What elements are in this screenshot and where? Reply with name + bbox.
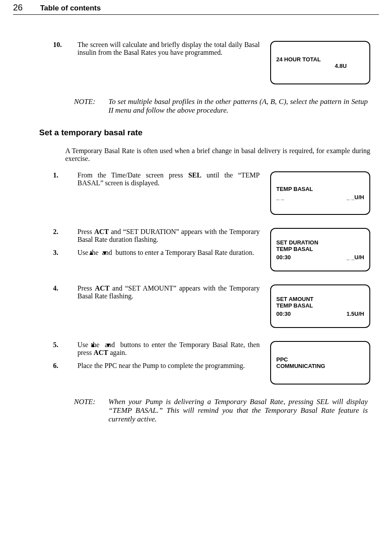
- step-1-text: 1.From the Time/Date screen press SEL un…: [65, 171, 270, 187]
- step-5-6-text: 5.Use the ▲ and ▼ buttons to enter the T…: [65, 341, 270, 370]
- section-heading: Set a temporary basal rate: [39, 128, 370, 137]
- screen-line: TEMP BASAL: [276, 246, 364, 252]
- step-4-before: Press: [77, 284, 95, 292]
- step-4-row: 4.Press ACT and “SET AMOUNT” appears wit…: [65, 284, 370, 328]
- step-10-body: The screen will calculate and briefly di…: [77, 41, 260, 56]
- note-2: NOTE: When your Pump is delivering a Tem…: [74, 398, 370, 424]
- screen-right: _ _U/H: [347, 194, 364, 201]
- note-1-label: NOTE:: [74, 97, 107, 106]
- step-2-3-text: 2.Press ACT and “SET DURATION” appears w…: [65, 228, 270, 257]
- note-1: NOTE: To set multiple basal profiles in …: [74, 97, 370, 115]
- screen-line: 24 HOUR TOTAL: [276, 56, 364, 63]
- step-3-after: buttons to enter a Temporary Basal Rate …: [114, 249, 255, 256]
- screen-set-duration: SET DURATION TEMP BASAL 00:30 _ _U/H: [270, 228, 370, 271]
- step-2-before: Press: [77, 228, 94, 235]
- screen-line: SET DURATION: [276, 239, 364, 246]
- page-body: 10.The screen will calculate and briefly…: [65, 41, 370, 424]
- step-4-bold: ACT: [95, 284, 110, 292]
- screen-line: TEMP BASAL: [276, 186, 364, 192]
- step-5-6-row: 5.Use the ▲ and ▼ buttons to enter the T…: [65, 341, 370, 384]
- step-10-row: 10.The screen will calculate and briefly…: [65, 41, 370, 84]
- step-3-number: 3.: [65, 249, 77, 257]
- step-6-text: Place the PPC near the Pump to complete …: [77, 362, 245, 369]
- step-4-number: 4.: [65, 284, 77, 292]
- step-1-number: 1.: [65, 171, 77, 179]
- step-2-number: 2.: [65, 228, 77, 236]
- step-2-3-row: 2.Press ACT and “SET DURATION” appears w…: [65, 228, 370, 271]
- step-2-bold: ACT: [94, 228, 109, 235]
- screen-set-amount: SET AMOUNT TEMP BASAL 00:30 1.5U/H: [270, 284, 370, 328]
- screen-line: SET AMOUNT: [276, 296, 364, 302]
- header-title: Table of contents: [40, 4, 101, 13]
- page-number: 26: [13, 3, 23, 13]
- step-5-number: 5.: [65, 341, 77, 349]
- step-1-before: From the Time/Date screen press: [77, 171, 188, 179]
- step-1-bold: SEL: [188, 171, 201, 179]
- screen-left: 00:30: [276, 254, 291, 261]
- screen-line: PPC: [276, 356, 364, 363]
- step-5-after2: again.: [108, 349, 127, 356]
- step-6-number: 6.: [65, 362, 77, 370]
- step-5-bold: ACT: [94, 349, 108, 356]
- page: 26 Table of contents 10.The screen will …: [0, 0, 392, 454]
- screen-line: COMMUNICATING: [276, 363, 364, 369]
- step-1-row: 1.From the Time/Date screen press SEL un…: [65, 171, 370, 215]
- screen-temp-basal: TEMP BASAL _ _ _ _U/H: [270, 171, 370, 215]
- screen-left: _ _: [276, 194, 284, 201]
- screen-right: 1.5U/H: [347, 311, 364, 317]
- screen-value: 4.8U: [276, 63, 364, 69]
- note-2-text: When your Pump is delivering a Temporary…: [108, 398, 368, 424]
- screen-right: _ _U/H: [347, 254, 364, 261]
- note-2-label: NOTE:: [74, 398, 107, 406]
- screen-left: 00:30: [276, 311, 291, 317]
- note-1-text: To set multiple basal profiles in the ot…: [108, 97, 368, 115]
- step-10-number: 10.: [65, 41, 77, 49]
- screen-line: TEMP BASAL: [276, 302, 364, 309]
- step-4-text: 4.Press ACT and “SET AMOUNT” appears wit…: [65, 284, 270, 300]
- step-10-text: 10.The screen will calculate and briefly…: [65, 41, 270, 57]
- screen-ppc-communicating: PPC COMMUNICATING: [270, 341, 370, 384]
- page-header: 26 Table of contents: [13, 0, 379, 15]
- section-intro: A Temporary Basal Rate is often used whe…: [65, 147, 370, 163]
- screen-24-hour-total: 24 HOUR TOTAL 4.8U: [270, 41, 370, 84]
